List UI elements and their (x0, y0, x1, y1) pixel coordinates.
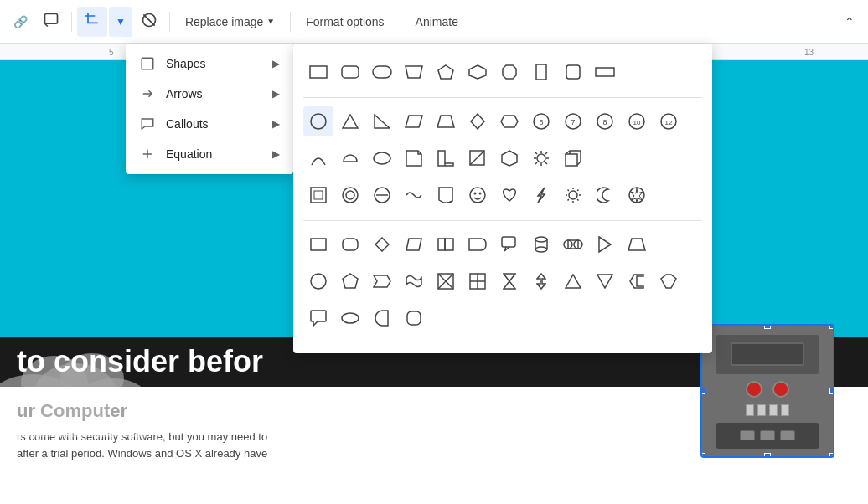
shape-circled-10[interactable]: 10 (622, 106, 652, 136)
shape-heart[interactable] (494, 180, 524, 210)
basic-shapes-section (303, 54, 702, 90)
shape-target[interactable] (335, 180, 365, 210)
shape-oval[interactable] (367, 143, 397, 173)
shape-document[interactable] (431, 180, 461, 210)
shape-wide-trapezoid[interactable] (622, 229, 652, 260)
shape-thin-rect[interactable] (590, 57, 620, 87)
shape-right-notch[interactable] (367, 266, 397, 296)
shape-folded-corner[interactable] (399, 143, 429, 173)
shape-decision[interactable] (367, 229, 397, 260)
shape-updown-arrow[interactable] (526, 266, 556, 296)
resize-handle-bottom-left[interactable] (700, 453, 705, 458)
shape-pentagon[interactable] (431, 57, 461, 87)
shape-donut[interactable] (654, 266, 684, 296)
shape-tall-rect[interactable] (526, 57, 556, 87)
shape-lightning[interactable] (526, 180, 556, 210)
robot-image[interactable] (700, 324, 834, 458)
shape-triangle[interactable] (335, 106, 365, 136)
shape-diamond[interactable] (462, 106, 493, 136)
robot-mouth (746, 404, 789, 416)
shape-round-process[interactable] (335, 229, 365, 260)
shape-circled-12[interactable]: 12 (654, 106, 684, 136)
shape-parallelogram2[interactable] (399, 229, 429, 260)
shape-corner[interactable] (431, 143, 461, 173)
shape-wave[interactable] (399, 180, 429, 210)
shape-speech-outline[interactable] (303, 303, 333, 333)
shape-half-circle-left[interactable] (367, 303, 397, 333)
menu-item-arrows[interactable]: Arrows ▶ (126, 79, 293, 109)
shape-left-bracket[interactable] (622, 266, 652, 296)
shape-square-frame[interactable] (303, 180, 333, 210)
shape-trapezoid[interactable] (399, 57, 429, 87)
mask-button[interactable] (134, 7, 164, 37)
comment-button[interactable] (36, 7, 66, 37)
replace-image-label: Replace image (185, 15, 263, 28)
svg-marker-29 (437, 116, 454, 127)
shape-rounded-rect[interactable] (335, 57, 365, 87)
shape-square-rounded[interactable] (558, 57, 588, 87)
shape-triangle-down[interactable] (590, 266, 620, 296)
shape-narrow-triangle-right[interactable] (590, 229, 620, 260)
replace-image-chevron-icon: ▼ (266, 17, 275, 26)
shape-oval-small[interactable] (335, 303, 365, 333)
resize-handle-middle-left[interactable] (700, 388, 705, 394)
collapse-panel-button[interactable]: ⌃ (838, 7, 861, 37)
shape-circle2[interactable] (303, 266, 333, 296)
menu-item-shapes[interactable]: Shapes ▶ (126, 49, 293, 79)
shape-smiley[interactable] (462, 180, 493, 210)
shape-circled-8[interactable]: 8 (590, 106, 620, 136)
shape-octagon[interactable] (494, 57, 524, 87)
replace-image-button[interactable]: Replace image ▼ (175, 7, 285, 37)
shape-half-circle[interactable] (335, 143, 365, 173)
shape-star-burst[interactable] (622, 180, 652, 210)
shape-hexagon-frame[interactable] (494, 143, 524, 173)
crop-dropdown-button[interactable]: ▼ (109, 7, 132, 37)
shape-triangle-up[interactable] (558, 266, 588, 296)
shape-crescent[interactable] (590, 180, 620, 210)
menu-item-equation[interactable]: Equation ▶ (126, 139, 293, 169)
shape-circled-7[interactable]: 7 (558, 106, 588, 136)
shape-cross-x[interactable] (431, 266, 461, 296)
shape-diagonal[interactable] (462, 143, 493, 173)
shape-sun[interactable] (558, 180, 588, 210)
shape-pill-horizontal[interactable] (558, 229, 588, 260)
shape-isosceles-trapezoid[interactable] (431, 106, 461, 136)
round-shapes-row-3 (303, 177, 702, 213)
shape-circle[interactable] (303, 106, 333, 136)
svg-point-56 (479, 193, 482, 195)
shape-gear[interactable] (526, 143, 556, 173)
shape-callout-flow[interactable] (494, 229, 524, 260)
shape-hourglass[interactable] (494, 266, 524, 296)
resize-handle-middle-right[interactable] (829, 388, 834, 394)
menu-item-callouts[interactable]: Callouts ▶ (126, 109, 293, 139)
shape-cylinder[interactable] (526, 229, 556, 260)
shape-rounded-square[interactable] (399, 303, 429, 333)
shape-process[interactable] (303, 229, 333, 260)
robot-tooth-1 (746, 404, 754, 416)
shape-circled-6[interactable]: 6 (526, 106, 556, 136)
shape-no-entry[interactable] (367, 180, 397, 210)
animate-button[interactable]: Animate (406, 7, 468, 37)
robot-tooth-3 (769, 404, 778, 416)
svg-marker-21 (503, 65, 516, 79)
shape-cross-plus[interactable] (462, 266, 493, 296)
resize-handle-top-right[interactable] (829, 324, 834, 329)
resize-handle-bottom-middle[interactable] (764, 453, 771, 458)
shape-right-triangle[interactable] (367, 106, 397, 136)
shape-arc[interactable] (303, 143, 333, 173)
crop-button[interactable] (77, 7, 107, 37)
link-button[interactable]: 🔗 (7, 7, 34, 37)
resize-handle-top-middle[interactable] (764, 324, 771, 329)
shape-flat-hexagon[interactable] (494, 106, 524, 136)
shape-data-store[interactable] (431, 229, 461, 260)
shape-wide-rounded[interactable] (367, 57, 397, 87)
shape-delay[interactable] (462, 229, 493, 260)
svg-marker-87 (630, 275, 643, 288)
shape-parallelogram[interactable] (399, 106, 429, 136)
shape-wave-outline[interactable] (399, 266, 429, 296)
shape-pentagon2[interactable] (335, 266, 365, 296)
shape-hexagon[interactable] (462, 57, 493, 87)
shape-rectangle[interactable] (303, 57, 333, 87)
format-options-button[interactable]: Format options (296, 7, 394, 37)
shape-3d-box[interactable] (558, 143, 588, 173)
